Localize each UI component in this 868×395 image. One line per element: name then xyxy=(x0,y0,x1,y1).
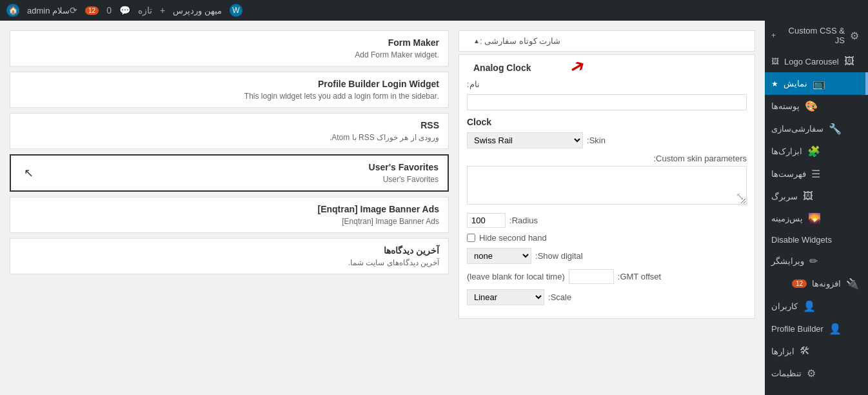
widget-header-bar: شارت کوتاه سفارشی : ▲ xyxy=(459,30,755,52)
widget-card-form-maker-title: Form Maker xyxy=(19,37,439,48)
new-post-button[interactable]: + xyxy=(160,5,165,15)
widgets-available-panel: Form Maker .Add Form Maker widget Profil… xyxy=(10,30,449,385)
sidebar-item-pazamine[interactable]: 🌄 پس‌زمینه xyxy=(765,207,868,230)
sidebar-label-pazamine: پس‌زمینه xyxy=(771,214,803,223)
gmt-offset-input[interactable] xyxy=(569,269,614,284)
sidebar-item-tanzeemat[interactable]: ⚙ تنظیمات xyxy=(765,362,868,385)
sidebar-item-karbaran[interactable]: 👤 کاربران xyxy=(765,295,868,318)
name-input[interactable] xyxy=(467,94,747,110)
widget-card-rss-title: RSS xyxy=(19,120,439,130)
sidebar-item-logo-carousel[interactable]: 🖼 Logo Carousel 🖼 xyxy=(765,50,868,72)
home-icon[interactable]: 🏠 xyxy=(6,4,19,17)
widget-card-enqtran-title: Enqtran] Image Banner Ads] xyxy=(19,204,439,214)
widget-card-enqtran-desc: Enqtran] Image Banner Ads] xyxy=(19,217,439,226)
sidebar-label-disable-widgets: Disable Widgets xyxy=(771,235,832,245)
sidebar-label-fehrest-ha: فهرست‌ها xyxy=(771,169,806,179)
sidebar-item-afzune-ha[interactable]: 🔌 افزونه‌ها 12 xyxy=(765,272,868,295)
sidebar-item-ebarark-ha[interactable]: 🧩 ابزارک‌ها xyxy=(765,140,868,163)
widget-title-row: ➔ Analog Clock xyxy=(467,63,747,73)
ebarark-icon: 🧩 xyxy=(807,145,820,157)
name-label: نام: xyxy=(467,79,480,89)
sidebar-label-virayeshgar: ویرایشگر xyxy=(771,256,804,266)
sidebar-label-abzar-ha: ابزارها xyxy=(771,347,794,356)
sidebar-label-ebarark-ha: ابزارک‌ها xyxy=(771,147,802,156)
sidebar-item-namayesh[interactable]: 📺 نمایش ★ xyxy=(765,72,868,95)
sidebar-label-poste-ha: پوسته‌ها xyxy=(771,101,800,111)
sidebar-item-abzar-ha[interactable]: 🛠 ابزارها xyxy=(765,340,868,362)
sidebar-item-sefaresh[interactable]: 🔧 سفارشی‌سازی xyxy=(765,117,868,140)
cursor-indicator: ↖ xyxy=(24,166,34,180)
comments-icon[interactable]: 💬 xyxy=(119,5,130,15)
sidebar-plus-icon: + xyxy=(771,31,776,40)
sarberg-icon: 🖼 xyxy=(803,190,813,202)
widget-card-recent-views[interactable]: آخرین دیدگاه‌ها آخرین دیدگاه‌های سایت شم… xyxy=(10,238,449,274)
main-content: شارت کوتاه سفارشی : ▲ ➔ Analog Clock نام… xyxy=(0,21,765,395)
widget-card-users-favorites-title: User's Favorites xyxy=(20,162,439,172)
clock-section-title: Clock xyxy=(467,117,747,127)
comment-count: 0 xyxy=(106,5,112,15)
afzune-icon: 🔌 xyxy=(846,278,859,290)
scale-label: Scale: xyxy=(548,292,571,302)
show-digital-row: Show digital: none 12h 24h xyxy=(467,248,747,264)
wp-logo-icon[interactable]: W xyxy=(230,4,242,17)
widget-card-users-favorites[interactable]: User's Favorites User's Favorites ↖ xyxy=(10,154,449,192)
name-field-row: نام: xyxy=(467,79,747,89)
sidebar-label-afzune-ha: افزونه‌ها xyxy=(812,279,841,289)
sefaresh-icon: 🔧 xyxy=(829,123,842,135)
sidebar-label-namayesh: نمایش xyxy=(784,79,807,88)
sidebar-label-sarberg: سربرگ xyxy=(771,192,798,201)
new-label[interactable]: تازه xyxy=(138,5,152,15)
sidebar-label-custom-css-js: Custom CSS & JS xyxy=(781,26,845,45)
radius-input[interactable]: 100 xyxy=(467,213,506,228)
sidebar-label-tanzeemat: تنظیمات xyxy=(771,369,802,378)
widget-title: Analog Clock xyxy=(473,63,531,73)
red-arrow-indicator: ➔ xyxy=(566,54,589,79)
widget-card-rss-desc: ورودی از هر خوراک RSS با Atom. xyxy=(19,133,439,142)
widget-editor-panel: شارت کوتاه سفارشی : ▲ ➔ Analog Clock نام… xyxy=(459,30,755,385)
custom-css-icon: ⚙ xyxy=(850,30,859,42)
radius-row: Radius: 100 xyxy=(467,213,747,228)
update-badge[interactable]: 12 xyxy=(85,6,99,15)
widget-card-profile-builder-desc: .This login widget lets you add a login … xyxy=(19,92,439,101)
custom-skin-textarea[interactable] xyxy=(467,166,747,205)
admin-sidebar: ⚙ Custom CSS & JS + 🖼 Logo Carousel 🖼 📺 … xyxy=(765,21,868,395)
abzar-icon: 🛠 xyxy=(800,345,810,357)
widget-card-profile-builder-title: Profile Builder Login Widget xyxy=(19,79,439,89)
sidebar-label-profile-builder: Profile Builder xyxy=(771,324,824,334)
sidebar-item-profile-builder[interactable]: 👤 Profile Builder xyxy=(765,318,868,340)
gmt-note: (leave blank for local time) xyxy=(467,272,565,281)
virayeshgar-icon: ✏ xyxy=(809,255,818,267)
skin-row: Skin: Swiss Rail xyxy=(467,132,747,148)
widget-card-rss[interactable]: RSS ورودی از هر خوراک RSS با Atom. xyxy=(10,113,449,149)
updates-icon[interactable]: ⟳ xyxy=(70,5,77,15)
hide-second-hand-checkbox[interactable] xyxy=(467,234,475,242)
sidebar-item-virayeshgar[interactable]: ✏ ویرایشگر xyxy=(765,250,868,272)
widget-card-form-maker[interactable]: Form Maker .Add Form Maker widget xyxy=(10,30,449,66)
tanzeemat-icon: ⚙ xyxy=(807,367,816,380)
admin-greeting: سلام admin xyxy=(27,6,70,15)
widget-card-form-maker-desc: .Add Form Maker widget xyxy=(19,50,439,59)
show-digital-select[interactable]: none 12h 24h xyxy=(467,248,531,264)
skin-select[interactable]: Swiss Rail xyxy=(467,132,583,148)
collapse-icon[interactable]: ▲ xyxy=(473,37,480,45)
sidebar-item-custom-css-js[interactable]: ⚙ Custom CSS & JS + xyxy=(765,21,868,50)
sidebar-item-fehrest-ha[interactable]: ☰ فهرست‌ها xyxy=(765,163,868,185)
scale-row: Scale: Linear Logarithmic xyxy=(467,289,747,305)
hide-second-hand-label: Hide second hand xyxy=(479,233,547,243)
hide-second-hand-row: Hide second hand xyxy=(467,233,747,243)
profile-builder-icon: 👤 xyxy=(829,323,842,335)
admin-bar: W میهن وردپرس + تازه 💬 0 12 ⟳ سلام admin… xyxy=(0,0,868,21)
scale-select[interactable]: Linear Logarithmic xyxy=(467,289,544,305)
sidebar-item-sarberg[interactable]: 🖼 سربرگ xyxy=(765,185,868,207)
widget-card-profile-builder-login[interactable]: Profile Builder Login Widget .This login… xyxy=(10,72,449,108)
custom-skin-label: Custom skin parameters: xyxy=(467,154,747,163)
site-name[interactable]: میهن وردپرس xyxy=(173,6,222,15)
show-digital-label: Show digital: xyxy=(535,251,583,261)
sidebar-item-poste-ha[interactable]: 🎨 پوسته‌ها xyxy=(765,95,868,117)
sidebar-label-logo-carousel: Logo Carousel xyxy=(784,57,839,66)
analog-clock-widget-box: ➔ Analog Clock نام: Clock Skin: Swiss Ra… xyxy=(459,54,755,319)
sidebar-item-disable-widgets[interactable]: Disable Widgets xyxy=(765,230,868,250)
widget-card-enqtran[interactable]: Enqtran] Image Banner Ads] Enqtran] Imag… xyxy=(10,197,449,233)
sidebar-label-sefaresh: سفارشی‌سازی xyxy=(771,124,824,134)
skin-label: Skin: xyxy=(587,136,606,145)
